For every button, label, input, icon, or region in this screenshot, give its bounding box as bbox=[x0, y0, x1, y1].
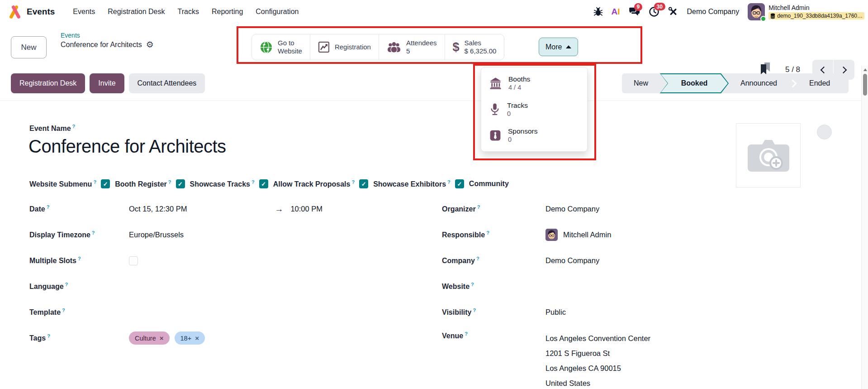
responsible-value[interactable]: Mitchell Admin bbox=[545, 229, 611, 241]
more-button[interactable]: More bbox=[539, 38, 578, 56]
remove-tag-icon[interactable]: × bbox=[160, 334, 164, 342]
user-menu[interactable]: Mitchell Admin demo_190_33db8da4139a_176… bbox=[748, 3, 864, 20]
pager-previous-button[interactable] bbox=[812, 60, 833, 80]
menu-configuration[interactable]: Configuration bbox=[249, 0, 305, 24]
pager-next-button[interactable] bbox=[834, 60, 854, 80]
activities-clock-icon[interactable]: 30 bbox=[649, 6, 659, 17]
user-name: Mitchell Admin bbox=[768, 4, 864, 11]
stage-ended[interactable]: Ended bbox=[797, 79, 842, 87]
event-form: Event Name? Conference for Architects We… bbox=[0, 101, 861, 389]
organizer-value[interactable]: Demo Company bbox=[545, 205, 599, 213]
sales-button[interactable]: $ Sales$ 6,325.00 bbox=[445, 34, 504, 60]
field-organizer: Organizer? Demo Company bbox=[442, 196, 768, 222]
website-options-row: Website Submenu? ✓ Booth Register? ✓ Sho… bbox=[29, 179, 509, 188]
multiple-slots-checkbox[interactable] bbox=[129, 256, 138, 265]
field-template: Template? bbox=[29, 299, 323, 325]
chevron-right-icon bbox=[840, 66, 847, 73]
field-visibility: Visibility? Public bbox=[442, 299, 768, 325]
field-date: Date? Oct 15, 12:30 PM → 10:00 PM bbox=[29, 196, 323, 222]
control-panel: New Events Conference for Architects ⚙ G… bbox=[0, 24, 868, 66]
debug-bug-icon[interactable] bbox=[593, 7, 603, 17]
globe-icon bbox=[260, 41, 273, 54]
date-value[interactable]: Oct 15, 12:30 PM → 10:00 PM bbox=[129, 204, 323, 214]
dollar-icon: $ bbox=[453, 40, 460, 54]
activities-badge: 30 bbox=[654, 3, 665, 10]
more-dropdown-menu: Booths4 / 4 Tracks0 Sponsors0 bbox=[481, 67, 588, 152]
menu-registration-desk[interactable]: Registration Desk bbox=[101, 0, 171, 24]
go-to-website-button[interactable]: Go toWebsite bbox=[252, 34, 310, 60]
chevron-left-icon bbox=[820, 66, 827, 73]
menu-events[interactable]: Events bbox=[66, 0, 101, 24]
gear-icon[interactable]: ⚙ bbox=[146, 40, 154, 49]
user-avatar bbox=[748, 3, 765, 20]
menu-reporting[interactable]: Reporting bbox=[205, 0, 249, 24]
messages-icon[interactable]: 9 bbox=[629, 7, 640, 17]
tools-icon[interactable] bbox=[668, 7, 678, 17]
bank-icon bbox=[489, 77, 502, 89]
allow-track-proposals-checkbox[interactable]: ✓ bbox=[359, 179, 368, 188]
field-venue: Venue? Los Angeles Convention Center 120… bbox=[442, 325, 768, 389]
ribbon-placeholder bbox=[817, 125, 832, 139]
app-logo-icon[interactable] bbox=[7, 5, 22, 19]
messages-badge: 9 bbox=[634, 3, 643, 11]
scroll-up-arrow-icon[interactable] bbox=[863, 68, 867, 71]
option-booth-register: Booth Register? ✓ bbox=[115, 179, 190, 188]
bookmark-icon[interactable] bbox=[759, 62, 772, 77]
website-submenu-checkbox[interactable]: ✓ bbox=[101, 179, 110, 188]
menu-tracks[interactable]: Tracks bbox=[171, 0, 205, 24]
top-navbar: Events Events Registration Desk Tracks R… bbox=[0, 0, 868, 24]
field-website: Website? bbox=[442, 274, 768, 299]
visibility-value[interactable]: Public bbox=[545, 308, 566, 317]
option-website-submenu: Website Submenu? ✓ bbox=[29, 179, 115, 188]
systray: AI 9 30 Demo Company bbox=[593, 0, 864, 24]
app-name[interactable]: Events bbox=[27, 7, 55, 17]
tag-culture[interactable]: Culture× bbox=[129, 331, 170, 345]
contact-attendees-button[interactable]: Contact Attendees bbox=[129, 73, 205, 93]
invite-button[interactable]: Invite bbox=[90, 73, 124, 93]
registration-button[interactable]: Registration bbox=[310, 34, 379, 60]
booth-register-checkbox[interactable]: ✓ bbox=[176, 179, 185, 188]
stage-separator-icon bbox=[788, 79, 797, 87]
event-image-upload[interactable] bbox=[736, 123, 801, 187]
stage-announced[interactable]: Announced bbox=[729, 79, 789, 87]
field-tags: Tags? Culture× 18+× bbox=[29, 325, 323, 351]
field-company: Company? Demo Company bbox=[442, 248, 768, 274]
venue-value[interactable]: Los Angeles Convention Center 1201 S Fig… bbox=[545, 331, 650, 389]
caret-up-icon bbox=[566, 45, 571, 48]
registration-desk-button[interactable]: Registration Desk bbox=[11, 73, 85, 93]
remove-tag-icon[interactable]: × bbox=[195, 334, 199, 342]
menu-item-sponsors[interactable]: Sponsors0 bbox=[481, 122, 587, 149]
vertical-scrollbar[interactable] bbox=[861, 66, 868, 389]
field-display-timezone: Display Timezone? Europe/Brussels bbox=[29, 222, 323, 248]
arrow-right-icon: → bbox=[275, 204, 283, 214]
tag-18plus[interactable]: 18+× bbox=[175, 331, 205, 345]
field-language: Language? bbox=[29, 274, 323, 299]
action-bar: Registration Desk Invite Contact Attende… bbox=[0, 66, 861, 101]
form-right-column: Organizer? Demo Company Responsible? Mit… bbox=[442, 196, 768, 389]
company-value[interactable]: Demo Company bbox=[545, 256, 599, 265]
new-button[interactable]: New bbox=[11, 36, 47, 58]
event-name-value[interactable]: Conference for Architects bbox=[28, 136, 226, 157]
stage-new[interactable]: New bbox=[622, 79, 660, 87]
breadcrumb-events-link[interactable]: Events bbox=[61, 32, 154, 39]
menu-item-tracks[interactable]: Tracks0 bbox=[481, 96, 587, 123]
main-menu: Events Registration Desk Tracks Reportin… bbox=[66, 0, 305, 24]
database-icon bbox=[770, 13, 775, 19]
menu-item-booths[interactable]: Booths4 / 4 bbox=[481, 70, 587, 96]
field-multiple-slots: Multiple Slots? bbox=[29, 248, 323, 274]
stage-booked[interactable]: Booked bbox=[660, 73, 729, 93]
showcase-tracks-checkbox[interactable]: ✓ bbox=[259, 179, 268, 188]
option-community: Community bbox=[469, 180, 509, 188]
ai-icon[interactable]: AI bbox=[612, 7, 620, 17]
option-allow-track-proposals: Allow Track Proposals? ✓ bbox=[273, 179, 373, 188]
form-left-column: Date? Oct 15, 12:30 PM → 10:00 PM Displa… bbox=[29, 196, 323, 351]
company-switcher[interactable]: Demo Company bbox=[687, 8, 740, 16]
chart-icon bbox=[318, 41, 330, 53]
scrollbar-thumb[interactable] bbox=[863, 74, 867, 96]
responsible-avatar bbox=[545, 229, 558, 241]
microphone-icon bbox=[489, 103, 500, 115]
option-showcase-exhibitors: Showcase Exhibitors? ✓ bbox=[373, 179, 469, 188]
showcase-exhibitors-checkbox[interactable]: ✓ bbox=[455, 179, 464, 188]
timezone-value[interactable]: Europe/Brussels bbox=[129, 231, 184, 239]
attendees-button[interactable]: Attendees5 bbox=[379, 34, 445, 60]
